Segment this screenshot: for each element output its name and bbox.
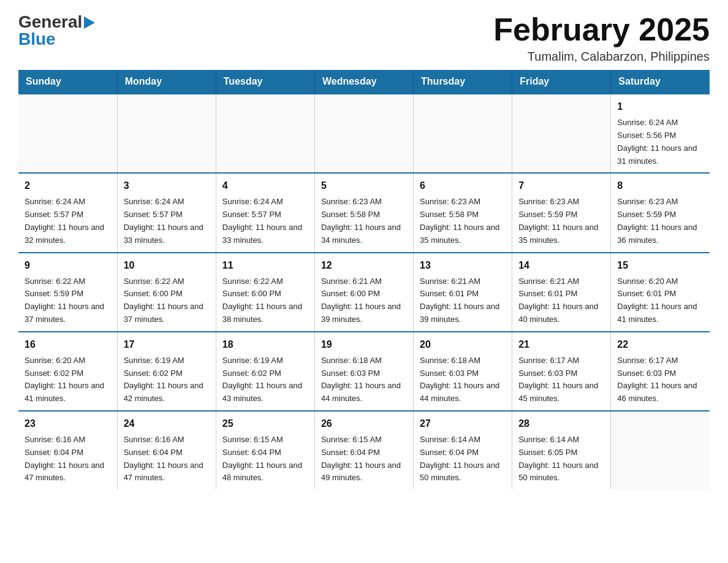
day-number: 17 — [124, 337, 210, 352]
day-number: 4 — [222, 178, 308, 193]
calendar-table: Sunday Monday Tuesday Wednesday Thursday… — [18, 70, 710, 489]
header-monday: Monday — [117, 70, 216, 94]
day-info: Sunrise: 6:18 AM Sunset: 6:03 PM Dayligh… — [420, 354, 506, 405]
day-info: Sunrise: 6:18 AM Sunset: 6:03 PM Dayligh… — [321, 354, 407, 405]
day-info: Sunrise: 6:23 AM Sunset: 5:59 PM Dayligh… — [518, 196, 604, 247]
logo-flag-icon — [84, 17, 95, 29]
calendar-day-cell: 14Sunrise: 6:21 AM Sunset: 6:01 PM Dayli… — [512, 253, 611, 332]
day-number: 10 — [124, 258, 210, 273]
day-info: Sunrise: 6:15 AM Sunset: 6:04 PM Dayligh… — [222, 434, 308, 484]
calendar-day-cell: 16Sunrise: 6:20 AM Sunset: 6:02 PM Dayli… — [18, 332, 117, 411]
day-info: Sunrise: 6:16 AM Sunset: 6:04 PM Dayligh… — [25, 434, 111, 484]
calendar-day-cell: 12Sunrise: 6:21 AM Sunset: 6:00 PM Dayli… — [314, 253, 413, 332]
day-info: Sunrise: 6:23 AM Sunset: 5:58 PM Dayligh… — [420, 196, 506, 247]
day-info: Sunrise: 6:22 AM Sunset: 6:00 PM Dayligh… — [124, 275, 210, 326]
calendar-day-cell: 25Sunrise: 6:15 AM Sunset: 6:04 PM Dayli… — [216, 411, 314, 489]
header-saturday: Saturday — [611, 70, 710, 94]
day-number: 21 — [518, 337, 604, 352]
calendar-header-row: Sunday Monday Tuesday Wednesday Thursday… — [18, 70, 710, 94]
calendar-day-cell: 24Sunrise: 6:16 AM Sunset: 6:04 PM Dayli… — [117, 411, 216, 489]
day-info: Sunrise: 6:20 AM Sunset: 6:01 PM Dayligh… — [617, 275, 703, 326]
day-number: 22 — [617, 337, 703, 352]
calendar-day-cell: 7Sunrise: 6:23 AM Sunset: 5:59 PM Daylig… — [512, 173, 611, 252]
day-number: 15 — [617, 258, 703, 273]
calendar-day-cell — [414, 94, 512, 173]
calendar-day-cell: 8Sunrise: 6:23 AM Sunset: 5:59 PM Daylig… — [611, 173, 710, 252]
day-info: Sunrise: 6:19 AM Sunset: 6:02 PM Dayligh… — [222, 354, 308, 405]
calendar-week-row: 2Sunrise: 6:24 AM Sunset: 5:57 PM Daylig… — [18, 173, 710, 252]
day-number: 6 — [420, 178, 506, 193]
day-info: Sunrise: 6:14 AM Sunset: 6:04 PM Dayligh… — [420, 434, 506, 484]
calendar-day-cell: 20Sunrise: 6:18 AM Sunset: 6:03 PM Dayli… — [414, 332, 512, 411]
day-info: Sunrise: 6:23 AM Sunset: 5:59 PM Dayligh… — [617, 196, 703, 247]
calendar-day-cell: 17Sunrise: 6:19 AM Sunset: 6:02 PM Dayli… — [117, 332, 216, 411]
day-number: 18 — [222, 337, 308, 352]
day-number: 27 — [420, 416, 506, 431]
day-number: 5 — [321, 178, 407, 193]
day-number: 23 — [25, 416, 111, 431]
calendar-day-cell — [18, 94, 117, 173]
svg-marker-0 — [84, 17, 95, 29]
calendar-day-cell: 21Sunrise: 6:17 AM Sunset: 6:03 PM Dayli… — [512, 332, 611, 411]
calendar-day-cell: 22Sunrise: 6:17 AM Sunset: 6:03 PM Dayli… — [611, 332, 710, 411]
logo: General Blue — [18, 12, 95, 49]
day-number: 14 — [518, 258, 604, 273]
day-info: Sunrise: 6:22 AM Sunset: 6:00 PM Dayligh… — [222, 275, 308, 326]
day-info: Sunrise: 6:17 AM Sunset: 6:03 PM Dayligh… — [518, 354, 604, 405]
day-info: Sunrise: 6:24 AM Sunset: 5:56 PM Dayligh… — [617, 117, 703, 167]
calendar-day-cell: 2Sunrise: 6:24 AM Sunset: 5:57 PM Daylig… — [18, 173, 117, 252]
calendar-day-cell: 13Sunrise: 6:21 AM Sunset: 6:01 PM Dayli… — [414, 253, 512, 332]
calendar-day-cell: 1Sunrise: 6:24 AM Sunset: 5:56 PM Daylig… — [611, 94, 710, 173]
calendar-day-cell — [512, 94, 611, 173]
calendar-day-cell — [611, 411, 710, 489]
header-friday: Friday — [512, 70, 611, 94]
day-info: Sunrise: 6:21 AM Sunset: 6:01 PM Dayligh… — [420, 275, 506, 326]
day-info: Sunrise: 6:19 AM Sunset: 6:02 PM Dayligh… — [124, 354, 210, 405]
day-number: 12 — [321, 258, 407, 273]
calendar-day-cell: 6Sunrise: 6:23 AM Sunset: 5:58 PM Daylig… — [414, 173, 512, 252]
day-number: 1 — [617, 99, 703, 114]
calendar-day-cell: 19Sunrise: 6:18 AM Sunset: 6:03 PM Dayli… — [314, 332, 413, 411]
calendar-week-row: 1Sunrise: 6:24 AM Sunset: 5:56 PM Daylig… — [18, 94, 710, 173]
day-info: Sunrise: 6:24 AM Sunset: 5:57 PM Dayligh… — [124, 196, 210, 247]
title-block: February 2025 Tumalim, Calabarzon, Phili… — [493, 12, 710, 64]
day-number: 8 — [617, 178, 703, 193]
day-number: 25 — [222, 416, 308, 431]
calendar-day-cell: 11Sunrise: 6:22 AM Sunset: 6:00 PM Dayli… — [216, 253, 314, 332]
day-number: 3 — [124, 178, 210, 193]
header-wednesday: Wednesday — [314, 70, 413, 94]
header-thursday: Thursday — [414, 70, 512, 94]
day-info: Sunrise: 6:24 AM Sunset: 5:57 PM Dayligh… — [222, 196, 308, 247]
header-sunday: Sunday — [18, 70, 117, 94]
calendar-day-cell: 15Sunrise: 6:20 AM Sunset: 6:01 PM Dayli… — [611, 253, 710, 332]
calendar-day-cell: 18Sunrise: 6:19 AM Sunset: 6:02 PM Dayli… — [216, 332, 314, 411]
day-info: Sunrise: 6:21 AM Sunset: 6:00 PM Dayligh… — [321, 275, 407, 326]
calendar-day-cell — [117, 94, 216, 173]
day-info: Sunrise: 6:24 AM Sunset: 5:57 PM Dayligh… — [25, 196, 111, 247]
day-info: Sunrise: 6:15 AM Sunset: 6:04 PM Dayligh… — [321, 434, 407, 484]
day-info: Sunrise: 6:23 AM Sunset: 5:58 PM Dayligh… — [321, 196, 407, 247]
header-tuesday: Tuesday — [216, 70, 314, 94]
calendar-day-cell — [216, 94, 314, 173]
day-info: Sunrise: 6:22 AM Sunset: 5:59 PM Dayligh… — [25, 275, 111, 326]
calendar-day-cell: 9Sunrise: 6:22 AM Sunset: 5:59 PM Daylig… — [18, 253, 117, 332]
page-subtitle: Tumalim, Calabarzon, Philippines — [493, 50, 710, 64]
logo-blue-text: Blue — [18, 29, 56, 49]
day-number: 28 — [518, 416, 604, 431]
calendar-week-row: 16Sunrise: 6:20 AM Sunset: 6:02 PM Dayli… — [18, 332, 710, 411]
page-header: General Blue February 2025 Tumalim, Cala… — [18, 12, 710, 64]
day-info: Sunrise: 6:16 AM Sunset: 6:04 PM Dayligh… — [124, 434, 210, 484]
day-info: Sunrise: 6:20 AM Sunset: 6:02 PM Dayligh… — [25, 354, 111, 405]
day-number: 7 — [518, 178, 604, 193]
calendar-week-row: 23Sunrise: 6:16 AM Sunset: 6:04 PM Dayli… — [18, 411, 710, 489]
day-info: Sunrise: 6:14 AM Sunset: 6:05 PM Dayligh… — [518, 434, 604, 484]
calendar-day-cell: 10Sunrise: 6:22 AM Sunset: 6:00 PM Dayli… — [117, 253, 216, 332]
day-number: 2 — [25, 178, 111, 193]
calendar-day-cell: 26Sunrise: 6:15 AM Sunset: 6:04 PM Dayli… — [314, 411, 413, 489]
calendar-day-cell: 28Sunrise: 6:14 AM Sunset: 6:05 PM Dayli… — [512, 411, 611, 489]
calendar-day-cell: 23Sunrise: 6:16 AM Sunset: 6:04 PM Dayli… — [18, 411, 117, 489]
page-title: February 2025 — [493, 12, 710, 47]
day-number: 9 — [25, 258, 111, 273]
day-number: 19 — [321, 337, 407, 352]
day-info: Sunrise: 6:21 AM Sunset: 6:01 PM Dayligh… — [518, 275, 604, 326]
